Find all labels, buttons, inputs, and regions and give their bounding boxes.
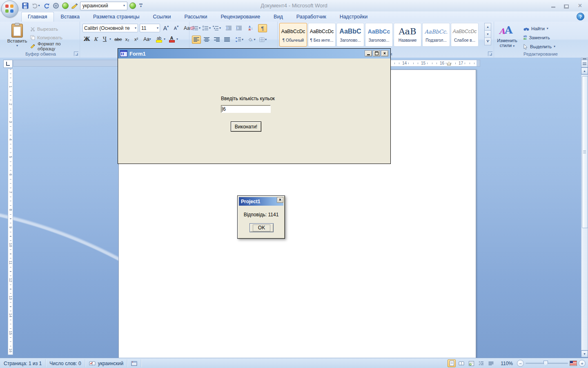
zoom-level[interactable]: 110% (501, 361, 513, 366)
tab-Вид[interactable]: Вид (267, 12, 290, 22)
font-name-combobox[interactable]: Calibri (Основной те ▾ (82, 24, 138, 32)
view-web-layout-button[interactable] (467, 359, 475, 367)
style-item[interactable]: AaBbCcDc¶ Без инте... (308, 23, 336, 47)
redo-button[interactable] (42, 2, 51, 10)
language-indicator[interactable]: украинский (85, 359, 128, 367)
style-item[interactable]: AaBbCc.Подзагол... (422, 23, 450, 47)
scrollbar-thumb[interactable] (582, 76, 588, 228)
numbering-button[interactable]: ▾ (202, 24, 211, 32)
gallery-scroll-up-button[interactable]: ▲ (484, 23, 491, 31)
scroll-down-button[interactable]: ▼ (581, 350, 588, 357)
scrollbar-track[interactable] (581, 74, 588, 350)
restore-button[interactable] (561, 2, 572, 9)
scroll-up-button[interactable]: ▲ (581, 67, 588, 74)
superscript-button[interactable]: x² (132, 35, 140, 43)
language-combobox[interactable]: украинский ▾ (80, 2, 127, 10)
italic-button[interactable]: К (91, 35, 100, 43)
change-case-button[interactable]: Aa▾ (143, 35, 151, 43)
view-fullscreen-reading-button[interactable] (457, 359, 466, 367)
msgbox-close-button[interactable]: × (277, 197, 283, 203)
view-draft-button[interactable] (487, 359, 495, 367)
tab-Рассылки[interactable]: Рассылки (178, 12, 214, 22)
shading-button[interactable]: ▾ (247, 36, 256, 44)
style-item[interactable]: AaBbCcDcСлабое в... (451, 23, 479, 47)
style-item[interactable]: AaBНазвание (394, 23, 421, 47)
help-button[interactable]: ? (577, 13, 584, 20)
tab-Разметка страницы[interactable]: Разметка страницы (87, 12, 146, 22)
show-paragraph-marks-button[interactable]: ¶ (258, 24, 267, 32)
justify-button[interactable] (223, 36, 232, 44)
style-item[interactable]: AaBbCЗаголово... (336, 23, 364, 47)
form1-maximize-button[interactable] (373, 50, 380, 56)
tab-stop-selector[interactable] (3, 60, 13, 68)
copy-button[interactable]: Копировать (30, 33, 80, 42)
font-size-combobox[interactable]: 11 ▾ (140, 24, 160, 32)
view-outline-button[interactable] (477, 359, 485, 367)
view-print-layout-button[interactable] (448, 359, 456, 367)
msgbox-ok-button[interactable]: OK (249, 223, 274, 232)
form1-execute-button[interactable]: Виконати! (231, 121, 261, 132)
format-painter-button[interactable]: Формат по образцу (30, 42, 80, 50)
form1-titlebar[interactable]: Form1 (118, 49, 390, 58)
green-orb-button[interactable] (61, 2, 69, 10)
tab-Ссылки[interactable]: Ссылки (146, 12, 177, 22)
green-orb-button-2[interactable] (129, 2, 137, 10)
chevron-down-icon[interactable]: ▾ (109, 38, 111, 41)
subscript-button[interactable]: x₂ (123, 35, 131, 43)
highlight-button[interactable]: ab (155, 35, 163, 43)
select-button[interactable]: Выделить ▾ (523, 42, 555, 51)
style-item[interactable]: AaBbCcЗаголово... (365, 23, 393, 47)
sort-button[interactable]: АЯ ↓ (246, 24, 255, 32)
dialog-launcher-icon[interactable] (74, 52, 78, 56)
macro-wheel-button[interactable] (52, 2, 60, 10)
zoom-in-button[interactable]: + (579, 360, 586, 367)
customize-qat-button[interactable]: ▾ (138, 2, 144, 10)
cut-button[interactable]: Вырезать (30, 25, 80, 33)
gallery-more-button[interactable]: ▼ (484, 38, 491, 45)
zoom-out-button[interactable]: − (517, 360, 524, 367)
bold-button[interactable]: Ж (82, 35, 91, 43)
macro-recorder[interactable] (127, 359, 141, 367)
style-item[interactable]: AaBbCcDc¶ Обычный (279, 23, 307, 47)
form1-minimize-button[interactable] (365, 50, 372, 56)
form1-count-input[interactable]: 6 (221, 105, 271, 113)
tab-Надстройки[interactable]: Надстройки (333, 12, 374, 22)
form1-close-button[interactable]: × (381, 50, 388, 56)
replace-button[interactable]: abac Заменить (523, 33, 555, 42)
gallery-scroll-down-button[interactable]: ▼ (484, 30, 491, 38)
underline-button[interactable]: Ч (100, 35, 109, 43)
chevron-down-icon[interactable]: ▾ (164, 38, 165, 41)
paste-button[interactable]: Вставить ▾ (5, 24, 29, 54)
undo-button[interactable]: ▾ (31, 2, 41, 10)
align-center-button[interactable] (202, 36, 211, 44)
borders-button[interactable]: ▾ (258, 36, 267, 44)
increase-indent-button[interactable] (234, 24, 243, 32)
save-button[interactable] (21, 2, 29, 10)
ruler-toggle-button[interactable] (581, 60, 588, 67)
minimize-button[interactable] (548, 2, 559, 9)
font-color-button[interactable]: А (167, 35, 176, 43)
zoom-slider-handle[interactable] (543, 361, 548, 366)
ink-button[interactable] (71, 2, 79, 10)
close-button[interactable]: × (575, 2, 586, 9)
find-button[interactable]: Найти ▾ (523, 24, 555, 33)
decrease-indent-button[interactable] (224, 24, 233, 32)
office-button[interactable] (1, 0, 18, 18)
line-spacing-button[interactable]: ▾ (235, 36, 244, 44)
align-right-button[interactable] (212, 36, 221, 44)
change-styles-button[interactable]: AA Изменить стили ▾ (496, 22, 519, 58)
shrink-font-button[interactable]: А▾ (172, 24, 180, 32)
tab-Рецензирование[interactable]: Рецензирование (214, 12, 267, 22)
strikethrough-button[interactable]: abe (114, 35, 122, 43)
tab-Главная[interactable]: Главная (21, 12, 54, 22)
word-count[interactable]: Число слов: 0 (46, 359, 85, 367)
multilevel-list-button[interactable]: ▾ (212, 24, 221, 32)
page-indicator[interactable]: Страница: 1 из 1 (0, 359, 46, 367)
align-left-button[interactable] (192, 36, 201, 44)
chevron-down-icon[interactable]: ▾ (176, 38, 178, 41)
grow-font-button[interactable]: А▴ (162, 24, 170, 32)
tab-Разработчик[interactable]: Разработчик (290, 12, 333, 22)
zoom-slider-track[interactable] (526, 363, 568, 364)
dialog-launcher-icon[interactable] (488, 52, 492, 56)
tab-Вставка[interactable]: Вставка (54, 12, 86, 22)
